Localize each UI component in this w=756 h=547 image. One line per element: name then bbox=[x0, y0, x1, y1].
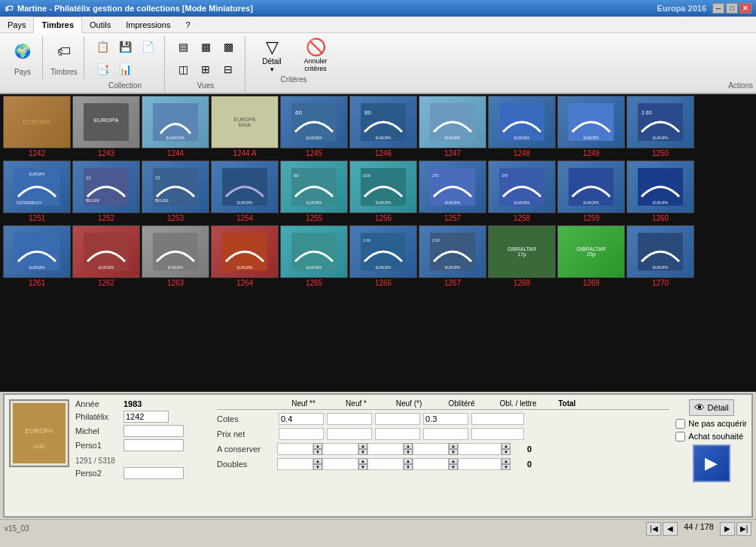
aconserver-neuf1[interactable] bbox=[322, 443, 358, 455]
stamp-1266[interactable]: EUROPA2.60 1266 bbox=[349, 225, 417, 287]
spin-up-2[interactable]: ▲ bbox=[358, 443, 367, 449]
close-button[interactable]: ✕ bbox=[739, 3, 751, 14]
menu-pays[interactable]: Pays bbox=[0, 17, 33, 33]
collection-icon-1[interactable]: 📋 bbox=[92, 36, 113, 57]
aconserver-obl[interactable] bbox=[458, 443, 501, 455]
doubles-neuf-par[interactable] bbox=[367, 458, 404, 470]
stamp-1245[interactable]: 60EUROPA 1245 bbox=[280, 96, 348, 157]
ne-pas-acquerir-checkbox[interactable] bbox=[675, 419, 685, 429]
annuler-button[interactable]: 🚫 Annulercritères bbox=[297, 36, 334, 74]
spin-up-d3[interactable]: ▲ bbox=[404, 458, 413, 464]
stamp-1253[interactable]: 22BELGIE 1253 bbox=[142, 160, 209, 222]
prixnet-neuf2[interactable] bbox=[279, 428, 324, 440]
nav-next[interactable]: ▶ bbox=[720, 522, 735, 536]
criteres-button[interactable]: ▽ Détail ▾ bbox=[253, 36, 291, 74]
stamp-1244[interactable]: EUROPA 1244 bbox=[142, 96, 209, 157]
stamp-1262[interactable]: EUROPA 1262 bbox=[72, 225, 140, 287]
detail-button[interactable]: 👁 Détail bbox=[689, 399, 734, 416]
stamp-1256[interactable]: EUROPA100 1256 bbox=[349, 160, 417, 222]
stamp-1243[interactable]: EUROPA 1243 bbox=[72, 96, 140, 157]
vues-icon-2[interactable]: ▦ bbox=[195, 36, 216, 57]
spin-down-3[interactable]: ▼ bbox=[404, 449, 413, 455]
spin-up-d5[interactable]: ▲ bbox=[501, 458, 511, 464]
spin-up-4[interactable]: ▲ bbox=[449, 443, 458, 449]
prixnet-neuf-par[interactable] bbox=[375, 428, 420, 440]
stamp-1260[interactable]: EUROPA 1260 bbox=[626, 160, 694, 222]
collection-icon-2[interactable]: 💾 bbox=[114, 36, 136, 57]
stamp-1246[interactable]: 80EUROPA 1246 bbox=[349, 96, 417, 157]
spin-down-d4[interactable]: ▼ bbox=[449, 464, 458, 470]
maximize-button[interactable]: □ bbox=[726, 3, 738, 14]
minimize-button[interactable]: ─ bbox=[712, 3, 724, 14]
menu-outils[interactable]: Outils bbox=[82, 17, 118, 33]
prixnet-neuf1[interactable] bbox=[327, 428, 372, 440]
stamp-1263[interactable]: EUROPA 1263 bbox=[142, 225, 209, 287]
spin-down-4[interactable]: ▼ bbox=[449, 449, 458, 455]
aconserver-neuf-par[interactable] bbox=[367, 443, 404, 455]
stamp-1259[interactable]: EUROPA 1259 bbox=[557, 160, 625, 222]
next-button[interactable]: ▶ bbox=[693, 445, 730, 482]
spin-down-d3[interactable]: ▼ bbox=[404, 464, 413, 470]
stamp-1257[interactable]: EUROPA270 1257 bbox=[419, 160, 486, 222]
stamp-1242[interactable]: EUROPA 1242 bbox=[3, 96, 71, 157]
spin-up-d1[interactable]: ▲ bbox=[313, 458, 322, 464]
aconserver-neuf2[interactable] bbox=[277, 443, 313, 455]
spin-down-5[interactable]: ▼ bbox=[501, 449, 511, 455]
stamp-1247[interactable]: EUROPA 1247 bbox=[419, 96, 486, 157]
michel-input[interactable] bbox=[123, 425, 184, 437]
stamp-1255[interactable]: EUROPA50 1255 bbox=[280, 160, 348, 222]
philatelix-input[interactable] bbox=[123, 411, 169, 423]
spin-up-1[interactable]: ▲ bbox=[313, 443, 322, 449]
stamp-1265[interactable]: EUROPA 1265 bbox=[280, 225, 348, 287]
stamp-1249[interactable]: EUROPA 1249 bbox=[557, 96, 625, 157]
vues-icon-6[interactable]: ⊟ bbox=[218, 59, 239, 80]
nav-first[interactable]: |◀ bbox=[646, 522, 661, 536]
cotes-neuf-par[interactable] bbox=[375, 413, 420, 425]
vues-icon-3[interactable]: ▩ bbox=[218, 36, 239, 57]
cotes-neuf1[interactable] bbox=[327, 413, 372, 425]
stamp-1251[interactable]: EUROPAÖSTERREICH 1251 bbox=[3, 160, 71, 222]
menu-impressions[interactable]: Impressions bbox=[118, 17, 178, 33]
menu-timbres[interactable]: Timbres bbox=[33, 17, 82, 33]
stamp-1270[interactable]: EUROPA 1270 bbox=[626, 225, 694, 287]
cotes-neuf2[interactable] bbox=[279, 413, 324, 425]
doubles-neuf1[interactable] bbox=[322, 458, 358, 470]
collection-icon-5[interactable]: 📊 bbox=[114, 59, 136, 80]
stamp-1248[interactable]: EUROPA 1248 bbox=[488, 96, 556, 157]
vues-icon-5[interactable]: ⊞ bbox=[195, 59, 216, 80]
doubles-oblitere[interactable] bbox=[413, 458, 449, 470]
spin-up-3[interactable]: ▲ bbox=[404, 443, 413, 449]
stamp-1268[interactable]: GIBRALTAR17p 1268 bbox=[488, 225, 556, 287]
timbres-button[interactable]: 🏷 bbox=[50, 36, 78, 66]
stamp-1264[interactable]: EUROPA 1264 bbox=[211, 225, 279, 287]
spin-down-1[interactable]: ▼ bbox=[313, 449, 322, 455]
achat-souhaite-checkbox[interactable] bbox=[675, 432, 685, 442]
collection-icon-3[interactable]: 📄 bbox=[137, 36, 158, 57]
prixnet-obl-lettre[interactable] bbox=[471, 428, 524, 440]
doubles-obl[interactable] bbox=[458, 458, 501, 470]
collection-icon-4[interactable]: 📑 bbox=[92, 59, 113, 80]
stamp-1267[interactable]: EUROPA2.60 1267 bbox=[419, 225, 486, 287]
spin-down-d2[interactable]: ▼ bbox=[358, 464, 367, 470]
stamp-1261[interactable]: EUROPA 1261 bbox=[3, 225, 71, 287]
stamp-1250[interactable]: 2.60EUROPA 1250 bbox=[626, 96, 694, 157]
perso1-input[interactable] bbox=[123, 439, 184, 451]
aconserver-oblitere[interactable] bbox=[413, 443, 449, 455]
nav-last[interactable]: ▶| bbox=[736, 522, 751, 536]
spin-up-d4[interactable]: ▲ bbox=[449, 458, 458, 464]
stamp-1269[interactable]: GIBRALTAR23p 1269 bbox=[557, 225, 625, 287]
pays-button[interactable]: 🌍 bbox=[9, 36, 36, 66]
cotes-obl-lettre[interactable] bbox=[471, 413, 524, 425]
spin-up-d2[interactable]: ▲ bbox=[358, 458, 367, 464]
spin-up-5[interactable]: ▲ bbox=[501, 443, 511, 449]
perso2-input[interactable] bbox=[123, 467, 184, 479]
vues-icon-4[interactable]: ◫ bbox=[172, 59, 194, 80]
spin-down-d1[interactable]: ▼ bbox=[313, 464, 322, 470]
spin-down-d5[interactable]: ▼ bbox=[501, 464, 511, 470]
cotes-oblitere[interactable] bbox=[423, 413, 468, 425]
stamp-1258[interactable]: EUROPA370 1258 bbox=[488, 160, 556, 222]
stamp-1244A[interactable]: EUROPAblock 1244 A bbox=[211, 96, 279, 157]
spin-down-2[interactable]: ▼ bbox=[358, 449, 367, 455]
stamp-1254[interactable]: EUROPA 1254 bbox=[211, 160, 279, 222]
menu-help[interactable]: ? bbox=[178, 17, 197, 33]
